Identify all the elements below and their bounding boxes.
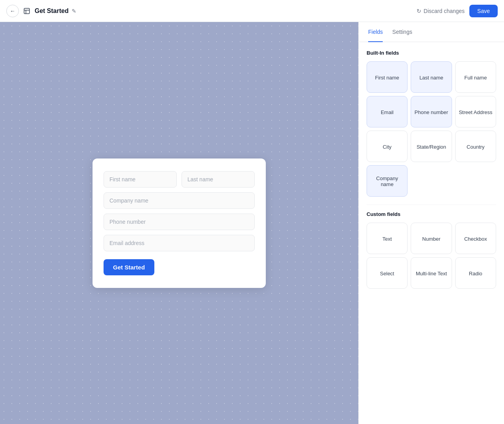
builtin-field-card[interactable]: Phone number [411,96,452,127]
builtin-field-grid: First nameLast nameFull nameEmailPhone n… [367,61,496,197]
builtin-field-card[interactable]: Email [367,96,408,127]
last-name-input[interactable] [182,171,255,188]
builtin-field-card[interactable]: First name [367,61,408,93]
form-submit-button[interactable]: Get Started [104,259,154,275]
form-phone-row [104,214,255,230]
panel-content: Built-In fields First nameLast nameFull … [359,42,504,424]
custom-field-card[interactable]: Number [411,223,452,254]
tab-fields[interactable]: Fields [368,22,383,42]
section-divider [367,205,496,205]
custom-field-card[interactable]: Multi-line Text [411,257,452,289]
save-button[interactable]: Save [469,5,498,17]
builtin-field-card[interactable]: City [367,131,408,162]
page-title: Get Started [35,7,69,15]
company-name-input[interactable] [104,192,255,209]
topbar-right: ↻ Discard changes Save [417,5,498,17]
builtin-field-card[interactable]: State/Region [411,131,452,162]
back-button[interactable]: ← [6,5,19,17]
panel-tabs: Fields Settings [359,22,504,42]
email-input[interactable] [104,235,255,251]
builtin-field-card[interactable]: Full name [455,61,496,93]
right-panel: Fields Settings Built-In fields First na… [358,22,504,424]
builtin-field-card[interactable]: Company name [367,165,408,197]
custom-field-grid: TextNumberCheckboxSelectMulti-line TextR… [367,223,496,289]
form-card: Get Started [93,159,266,288]
form-company-row [104,192,255,209]
topbar-left: ← Get Started ✎ [6,5,413,17]
form-name-row [104,171,255,188]
page-icon [22,6,32,16]
canvas: Get Started [0,22,358,424]
topbar: ← Get Started ✎ ↻ Discard changes Save [0,0,504,22]
main-layout: Get Started Fields Settings Built-In fie… [0,22,504,424]
first-name-input[interactable] [104,171,177,188]
custom-section-title: Custom fields [367,211,496,217]
phone-input[interactable] [104,214,255,230]
tab-settings[interactable]: Settings [392,22,412,42]
edit-icon[interactable]: ✎ [72,8,76,14]
custom-field-card[interactable]: Text [367,223,408,254]
form-email-row [104,235,255,251]
discard-button[interactable]: ↻ Discard changes [417,8,465,14]
builtin-field-card[interactable]: Street Address [455,96,496,127]
builtin-section-title: Built-In fields [367,50,496,56]
discard-label: Discard changes [424,8,465,14]
custom-field-card[interactable]: Checkbox [455,223,496,254]
discard-icon: ↻ [417,8,421,14]
custom-field-card[interactable]: Select [367,257,408,289]
builtin-field-card[interactable]: Last name [411,61,452,93]
builtin-field-card[interactable]: Country [455,131,496,162]
svg-rect-0 [24,8,30,14]
custom-field-card[interactable]: Radio [455,257,496,289]
